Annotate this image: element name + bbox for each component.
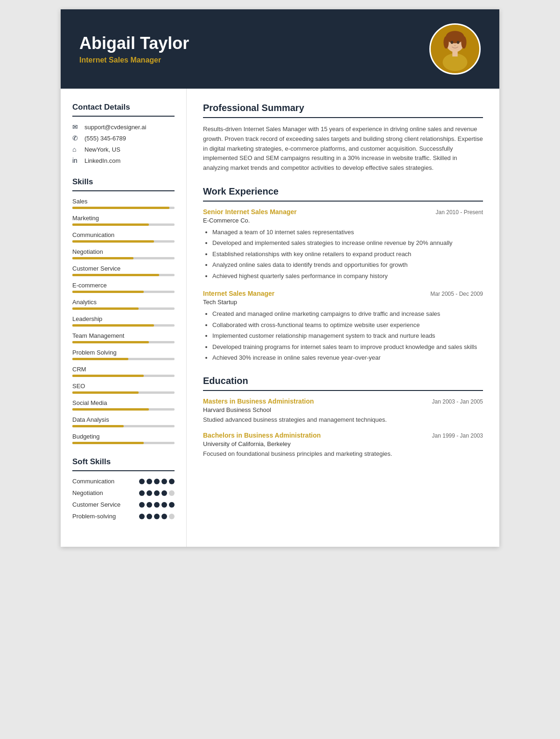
edu-header: Bachelors in Business Administration Jan… [203, 432, 483, 439]
skill-bar-fill [72, 341, 149, 343]
education-title: Education [203, 376, 483, 386]
skill-dots [139, 490, 175, 496]
education-divider [203, 390, 483, 391]
skill-bar-background [72, 358, 175, 360]
job-bullet: Created and managed online marketing cam… [212, 309, 483, 319]
experience-divider [203, 201, 483, 202]
skill-name: CRM [72, 366, 175, 373]
skills-list: Sales Marketing Communication Negotiatio… [72, 198, 175, 444]
dot-filled [139, 502, 145, 508]
resume-body: Contact Details ✉ support@cvdesigner.ai … [61, 89, 499, 547]
skill-name: Analytics [72, 299, 175, 306]
contact-section-title: Contact Details [72, 103, 175, 112]
experience-title: Work Experience [203, 186, 483, 197]
education-section: Education Masters in Business Administra… [203, 376, 483, 459]
svg-point-9 [454, 45, 456, 46]
skill-name: Team Management [72, 332, 175, 339]
skill-item: Negotiation [72, 248, 175, 259]
edu-school: University of California, Berkeley [203, 440, 483, 447]
soft-skills-section: Soft Skills Communication Negotiation Cu… [72, 457, 175, 520]
job-bullets: Managed a team of 10 internet sales repr… [203, 228, 483, 281]
dot-filled [147, 479, 152, 484]
linkedin-icon: in [72, 157, 81, 164]
candidate-title: Internet Sales Manager [79, 56, 189, 64]
dot-filled [161, 502, 167, 508]
skill-name: Social Media [72, 399, 175, 406]
soft-skill-item: Negotiation [72, 489, 175, 496]
candidate-name: Abigail Taylor [79, 34, 189, 53]
email-icon: ✉ [72, 123, 81, 131]
skill-item: CRM [72, 366, 175, 377]
skill-bar-fill [72, 425, 124, 427]
resume-header: Abigail Taylor Internet Sales Manager [61, 9, 499, 89]
job-company: Tech Startup [203, 299, 483, 306]
skill-bar-background [72, 240, 175, 243]
skill-dots [139, 502, 175, 508]
skill-item: Sales [72, 198, 175, 209]
dot-filled [139, 490, 145, 496]
summary-title: Professional Summary [203, 103, 483, 113]
soft-skill-name: Negotiation [72, 489, 103, 496]
dot-filled [161, 490, 167, 496]
experience-section: Work Experience Senior Internet Sales Ma… [203, 186, 483, 363]
soft-skill-name: Problem-solving [72, 513, 116, 520]
soft-skill-item: Problem-solving [72, 513, 175, 520]
skill-bar-fill [72, 257, 133, 259]
skill-bar-background [72, 341, 175, 343]
contact-phone: ✆ (555) 345-6789 [72, 134, 175, 142]
soft-skill-name: Customer Service [72, 501, 120, 508]
job-bullet: Managed a team of 10 internet sales repr… [212, 228, 483, 237]
dot-filled [161, 514, 167, 519]
edu-description: Focused on foundational business princip… [203, 449, 483, 459]
avatar-image [431, 23, 479, 75]
dot-filled [147, 514, 152, 519]
dot-empty [169, 514, 175, 519]
skill-bar-background [72, 442, 175, 444]
education-list: Masters in Business Administration Jan 2… [203, 397, 483, 459]
skill-item: Team Management [72, 332, 175, 343]
skill-name: Leadership [72, 315, 175, 322]
skill-bar-fill [72, 291, 144, 293]
edu-school: Harvard Business School [203, 406, 483, 413]
job-bullet: Developed and implemented sales strategi… [212, 238, 483, 248]
svg-point-3 [443, 36, 448, 49]
main-content: Professional Summary Results-driven Inte… [187, 89, 499, 547]
edu-degree: Bachelors in Business Administration [203, 432, 321, 439]
summary-text: Results-driven Internet Sales Manager wi… [203, 125, 483, 173]
skill-bar-fill [72, 324, 154, 327]
contact-location: ⌂ NewYork, US [72, 146, 175, 153]
dot-empty [169, 490, 175, 496]
skills-section: Skills Sales Marketing Communication Neg… [72, 177, 175, 444]
contact-email: ✉ support@cvdesigner.ai [72, 123, 175, 131]
skill-bar-fill [72, 240, 154, 243]
skill-dots [139, 514, 175, 519]
job-title: Senior Internet Sales Manager [203, 208, 297, 216]
education-item: Bachelors in Business Administration Jan… [203, 432, 483, 459]
skill-item: Leadership [72, 315, 175, 327]
skill-bar-background [72, 257, 175, 259]
skills-divider [72, 190, 175, 191]
contact-divider [72, 116, 175, 117]
soft-skills-section-title: Soft Skills [72, 457, 175, 467]
svg-rect-6 [452, 51, 457, 56]
soft-skills-divider [72, 470, 175, 471]
header-text: Abigail Taylor Internet Sales Manager [79, 34, 189, 64]
skill-item: Analytics [72, 299, 175, 310]
skill-bar-background [72, 307, 175, 310]
edu-degree: Masters in Business Administration [203, 397, 314, 405]
skill-name: Negotiation [72, 248, 175, 255]
skill-bar-fill [72, 408, 149, 411]
job-bullet: Analyzed online sales data to identify t… [212, 260, 483, 270]
dot-filled [154, 514, 160, 519]
dot-filled [154, 490, 160, 496]
edu-date: Jan 1999 - Jan 2003 [432, 432, 483, 439]
job-header: Senior Internet Sales Manager Jan 2010 -… [203, 208, 483, 216]
contact-linkedin: in LinkedIn.com [72, 157, 175, 164]
skill-bar-background [72, 274, 175, 276]
svg-point-4 [461, 36, 466, 49]
skill-bar-background [72, 375, 175, 377]
edu-header: Masters in Business Administration Jan 2… [203, 397, 483, 405]
skill-bar-background [72, 291, 175, 293]
job-bullet: Achieved 30% increase in online sales re… [212, 353, 483, 363]
skill-item: Budgeting [72, 433, 175, 444]
